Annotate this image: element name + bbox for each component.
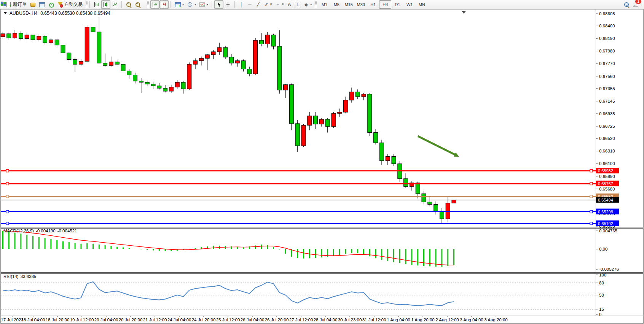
time-tick-label: 30 Jul 23:00 [338, 318, 362, 322]
rsi-tick-label: 80 [599, 281, 604, 285]
candle [392, 157, 396, 164]
zoom-in-button[interactable]: + [124, 0, 133, 9]
time-tick-label: 21 Jul 12:00 [143, 318, 167, 322]
new-order-button[interactable]: + 新订单 [4, 0, 28, 9]
price-tick-label: 0.65680 [599, 187, 615, 191]
candle [205, 55, 209, 58]
horizontal-line-icon: ─ [247, 2, 252, 8]
candle [163, 88, 167, 91]
vertical-line-button[interactable]: │ [237, 0, 245, 9]
data-window-button[interactable] [37, 0, 46, 9]
tile-windows-button[interactable] [142, 0, 145, 9]
candle [181, 82, 185, 89]
template-button[interactable]: ▾ [198, 0, 210, 9]
period-button[interactable]: ▾ [185, 0, 198, 9]
zoom-out-icon: − [135, 2, 141, 8]
horizontal-line-button[interactable]: ─ [245, 0, 254, 9]
timeframe-m1[interactable]: M1 [318, 0, 330, 9]
price-line-handle[interactable] [590, 170, 593, 172]
shapes-button[interactable]: ◆▾ [302, 0, 313, 9]
timeframe-m15[interactable]: M15 [343, 0, 355, 9]
market-watch-button[interactable] [28, 0, 37, 9]
text-button[interactable]: A [285, 0, 293, 9]
time-tick-label: 27 Jul 12:00 [289, 318, 313, 322]
price-line-handle[interactable] [590, 210, 593, 213]
shapes-icon: ◆ [303, 2, 309, 8]
candle [109, 62, 113, 65]
text-label-button[interactable]: T [293, 0, 302, 9]
timeframe-m30[interactable]: M30 [355, 0, 367, 9]
candle [332, 113, 336, 127]
zoom-out-button[interactable]: − [133, 0, 142, 9]
search-button[interactable] [622, 0, 631, 9]
cursor-button[interactable] [214, 0, 223, 9]
dropdown-arrow-icon[interactable]: ▾ [194, 3, 196, 6]
timeframe-h4[interactable]: H4 [379, 0, 391, 9]
candle [277, 46, 282, 90]
timeframe-d1[interactable]: D1 [391, 0, 403, 9]
time-tick-label: 26 Jul 20:00 [265, 318, 289, 322]
crosshair-button[interactable] [223, 0, 233, 9]
timeframe-mn[interactable]: MN [416, 0, 428, 9]
dropdown-arrow-icon[interactable]: ▾ [182, 3, 184, 6]
equidistant-channel-button[interactable]: ∕∕E [262, 0, 274, 9]
text-label-icon: T [295, 2, 300, 7]
line-chart-button[interactable] [110, 0, 120, 9]
candle [157, 86, 161, 88]
vertical-line-icon: │ [239, 2, 244, 8]
time-tick-label: 3 Aug 20:00 [484, 318, 507, 322]
panel-separator[interactable] [1, 272, 643, 274]
chart-area[interactable]: 0.686050.684000.681900.679800.677700.675… [0, 9, 644, 324]
timeframe-h1[interactable]: H1 [367, 0, 379, 9]
macd-tick-label: 0.00 [599, 247, 607, 251]
timeframe-m5[interactable]: M5 [330, 0, 343, 9]
candle [446, 203, 450, 219]
template-icon [199, 2, 205, 8]
symbol-period-label: AUDUSD-,H4 [10, 11, 38, 16]
line-chart-icon [112, 2, 118, 8]
panel-separator[interactable] [1, 227, 643, 229]
auto-scroll-button[interactable] [150, 0, 159, 9]
timeframe-w1[interactable]: W1 [403, 0, 416, 9]
candlestick-chart-button[interactable] [101, 0, 110, 9]
price-line-handle[interactable] [6, 195, 9, 198]
new-chart-button[interactable]: +▾ [173, 0, 185, 9]
chart-shift-icon [161, 2, 167, 8]
price-tick-label: 0.66520 [599, 136, 615, 141]
candle [67, 53, 71, 59]
price-line-handle[interactable] [590, 222, 593, 225]
price-line-handle[interactable] [6, 182, 9, 185]
candle [145, 82, 149, 84]
dropdown-arrow-icon[interactable]: ▾ [207, 3, 208, 6]
price-line-handle[interactable] [6, 170, 9, 172]
time-tick-label: 31 Jul 12:00 [362, 318, 386, 322]
price-line-handle[interactable] [590, 182, 593, 185]
price-badge-label: 0.65102 [598, 221, 613, 226]
candle [151, 84, 155, 86]
candle [404, 179, 408, 186]
candle [1, 34, 5, 37]
dropdown-arrow-icon[interactable]: ▾ [310, 3, 312, 6]
candle [355, 92, 360, 97]
price-tick-label: 0.67145 [599, 99, 615, 103]
candle [139, 81, 143, 82]
price-line-handle[interactable] [6, 222, 9, 225]
trendline-button[interactable]: ╱ [254, 0, 262, 9]
candle [19, 33, 23, 38]
navigator-button[interactable] [46, 0, 56, 9]
candle [91, 27, 95, 32]
price-line-handle[interactable] [6, 210, 9, 213]
chart-shift-button[interactable] [159, 0, 169, 9]
autotrading-button[interactable]: 自动交易 [56, 0, 84, 9]
candle [31, 35, 35, 40]
time-tick-label: 26 Jul 04:00 [241, 318, 265, 322]
fibonacci-button[interactable]: ┄F [274, 0, 285, 9]
rsi-tick-label: 50 [599, 293, 604, 297]
rsi-tick-label: 100 [599, 273, 606, 277]
price-badge-label: 0.65982 [598, 168, 613, 173]
separator [89, 1, 90, 8]
bar-chart-button[interactable] [92, 0, 101, 9]
notifications-button[interactable]: 1 [631, 0, 640, 9]
candle [25, 35, 29, 38]
price-line-handle[interactable] [590, 195, 593, 198]
